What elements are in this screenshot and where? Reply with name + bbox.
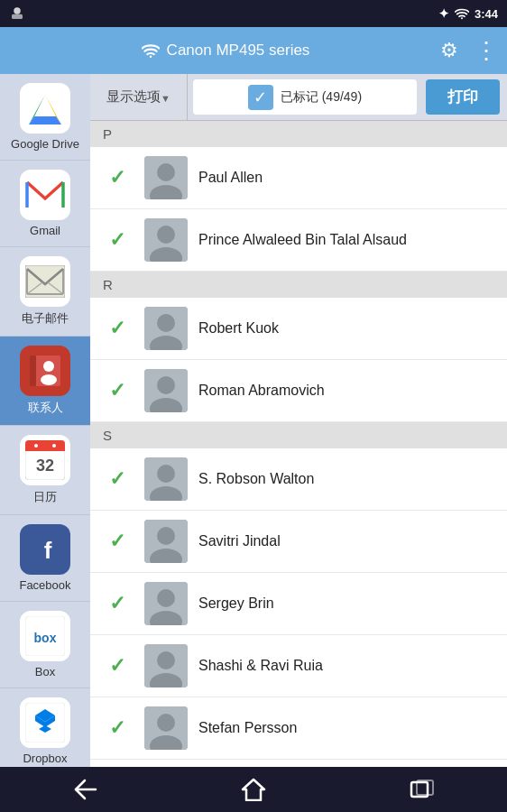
- sidebar-item-box[interactable]: box Box: [0, 602, 90, 688]
- scroll-down-arrow: ▼: [161, 93, 171, 104]
- sidebar-item-contacts[interactable]: 联系人: [0, 337, 90, 426]
- facebook-icon: f: [20, 524, 70, 575]
- sidebar-item-facebook[interactable]: f Facebook: [0, 515, 90, 602]
- svg-point-3: [149, 55, 152, 58]
- person-silhouette: [144, 706, 188, 750]
- green-check-icon: ✓: [109, 592, 125, 615]
- printer-wifi-icon: [142, 43, 160, 58]
- wifi-icon: [455, 7, 469, 20]
- green-check-icon: ✓: [109, 716, 125, 740]
- back-button[interactable]: [54, 771, 115, 807]
- contacts-icon: [20, 346, 70, 396]
- home-button[interactable]: [223, 770, 284, 808]
- avatar: [144, 307, 188, 350]
- back-icon: [72, 779, 97, 800]
- person-silhouette: [144, 369, 188, 412]
- svg-rect-1: [12, 14, 23, 19]
- contact-name: Stefan Persson: [198, 720, 496, 736]
- contact-row[interactable]: ✓ Sergey Brin: [90, 573, 507, 635]
- filter-option-button[interactable]: 显示选项 ▼: [90, 74, 188, 120]
- svg-rect-25: [25, 447, 65, 451]
- app-icon: [9, 5, 25, 22]
- person-silhouette: [144, 457, 188, 501]
- svg-point-53: [157, 314, 175, 332]
- bluetooth-icon: ✦: [438, 6, 449, 21]
- checked-indicator: ✓: [248, 85, 273, 110]
- svg-point-27: [34, 444, 38, 448]
- box-icon: box: [20, 611, 70, 661]
- contact-row[interactable]: ✓ Stefan Persson: [90, 697, 507, 760]
- sidebar-item-google-drive[interactable]: Google Drive: [0, 74, 90, 161]
- green-check-icon: ✓: [109, 317, 125, 340]
- green-check-icon: ✓: [109, 379, 125, 402]
- svg-rect-12: [25, 265, 65, 298]
- check-area: ✓: [101, 166, 134, 189]
- person-silhouette: [144, 582, 188, 625]
- settings-icon[interactable]: ⚙: [440, 39, 458, 62]
- sidebar-label-google-drive: Google Drive: [11, 137, 79, 151]
- svg-marker-77: [243, 780, 264, 800]
- contact-name: Shashi & Ravi Ruia: [198, 658, 496, 674]
- gmail-icon: [20, 170, 70, 220]
- svg-point-28: [52, 444, 56, 448]
- svg-point-47: [157, 163, 175, 181]
- svg-text:32: 32: [36, 457, 54, 475]
- time-display: 3:44: [475, 7, 498, 21]
- more-options-icon[interactable]: ⋮: [475, 37, 496, 65]
- check-area: ✓: [101, 317, 134, 340]
- contact-row[interactable]: ✓ Roman Abramovich: [90, 360, 507, 422]
- home-icon: [241, 778, 266, 801]
- title-bar: Canon MP495 series ⚙ ⋮: [0, 27, 507, 74]
- svg-point-21: [43, 361, 54, 372]
- contact-row[interactable]: ✓ S. Robson Walton: [90, 448, 507, 511]
- contact-row[interactable]: ✓ Steven Ballmer: [90, 760, 507, 767]
- green-check-icon: ✓: [109, 530, 125, 553]
- sidebar-item-calendar[interactable]: 32 日历: [0, 426, 90, 515]
- sidebar-item-gmail[interactable]: Gmail: [0, 161, 90, 247]
- avatar: [144, 457, 188, 501]
- check-area: ✓: [101, 467, 134, 491]
- avatar: [144, 706, 188, 750]
- check-area: ✓: [101, 379, 134, 402]
- filter-checked-area[interactable]: ✓ 已标记 (49/49): [193, 79, 417, 115]
- dropbox-icon: [20, 697, 70, 748]
- svg-point-62: [157, 527, 175, 545]
- status-bar: ✦ 3:44: [0, 0, 507, 27]
- print-button[interactable]: 打印: [426, 79, 500, 115]
- filter-bar: 显示选项 ▼ ✓ 已标记 (49/49) 打印: [90, 74, 507, 121]
- section-header-r: R: [90, 272, 507, 298]
- svg-rect-20: [30, 355, 36, 386]
- contact-name: Sergey Brin: [198, 595, 496, 612]
- email-icon: [20, 256, 70, 307]
- contact-row[interactable]: ✓ Shashi & Ravi Ruia: [90, 635, 507, 697]
- sidebar-label-calendar: 日历: [33, 489, 57, 505]
- sidebar-item-dropbox[interactable]: Dropbox: [0, 688, 90, 767]
- contact-name: Prince Alwaleed Bin Talal Alsaud: [198, 232, 496, 248]
- recent-apps-button[interactable]: [392, 771, 453, 807]
- person-silhouette: [144, 520, 188, 563]
- check-area: ✓: [101, 228, 134, 252]
- check-area: ✓: [101, 716, 134, 740]
- svg-point-56: [157, 376, 175, 394]
- check-area: ✓: [101, 592, 134, 615]
- section-header-s: S: [90, 422, 507, 448]
- green-check-icon: ✓: [109, 467, 125, 491]
- sidebar-label-facebook: Facebook: [19, 578, 70, 592]
- sidebar-item-email[interactable]: 电子邮件: [0, 247, 90, 337]
- contact-name: Roman Abramovich: [198, 383, 496, 399]
- contact-row[interactable]: ✓ Prince Alwaleed Bin Talal Alsaud: [90, 209, 507, 272]
- svg-point-0: [14, 7, 21, 14]
- green-check-icon: ✓: [109, 228, 125, 252]
- filter-option-label: 显示选项: [106, 88, 161, 106]
- contact-row[interactable]: ✓ Paul Allen: [90, 147, 507, 209]
- contact-row[interactable]: ✓ Savitri Jindal: [90, 511, 507, 573]
- recent-apps-icon: [410, 779, 435, 800]
- svg-text:f: f: [44, 537, 52, 564]
- contact-name: Savitri Jindal: [198, 533, 496, 549]
- person-silhouette: [144, 307, 188, 350]
- contact-name: Robert Kuok: [198, 320, 496, 337]
- avatar: [144, 156, 188, 199]
- contact-row[interactable]: ✓ Robert Kuok: [90, 298, 507, 360]
- person-silhouette: [144, 218, 188, 262]
- svg-point-50: [157, 226, 175, 244]
